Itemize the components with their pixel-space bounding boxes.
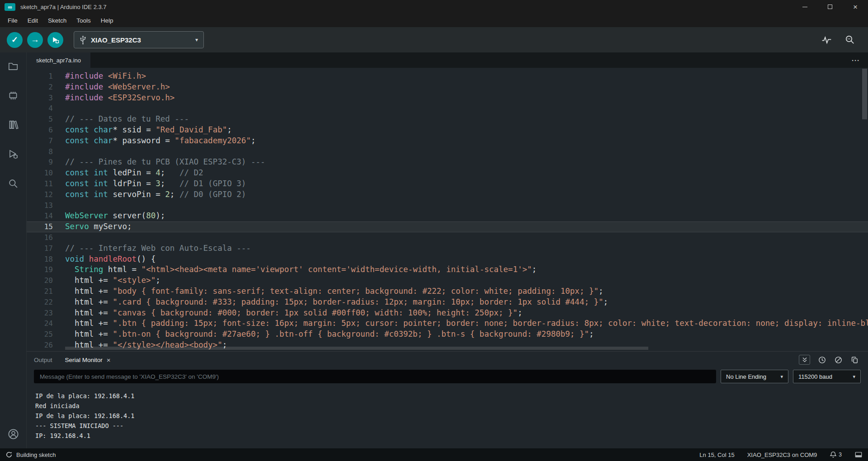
line-number: 2 — [27, 82, 53, 93]
code-line-15[interactable]: 15Servo myServo; — [27, 221, 868, 232]
code-line-2[interactable]: 2#include <WebServer.h> — [27, 82, 868, 93]
code-line-21[interactable]: 21 html += "body { font-family: sans-ser… — [27, 286, 868, 297]
serial-monitor-icon — [844, 34, 855, 45]
line-number: 11 — [27, 179, 53, 189]
tab-sketch-ino[interactable]: sketch_apr7a.ino — [27, 52, 90, 68]
sidebar-item-boards-manager[interactable] — [7, 89, 19, 102]
code-line-12[interactable]: 12const int servoPin = 2; // D0 (GPIO 2) — [27, 189, 868, 200]
serial-output-line: IP de la placa: 192.168.4.1 — [35, 411, 868, 421]
close-tab-icon[interactable]: × — [107, 357, 111, 363]
tab-serial-monitor[interactable]: Serial Monitor × — [65, 357, 111, 363]
board-selector-dropdown[interactable]: XIAO_ESP32C3 ▾ — [74, 31, 204, 48]
line-ending-value: No Line Ending — [726, 373, 766, 380]
code-line-20[interactable]: 20 html += "<style>"; — [27, 275, 868, 286]
close-button[interactable]: × — [843, 0, 868, 14]
serial-monitor-button[interactable] — [844, 34, 855, 45]
code-line-16[interactable]: 16 — [27, 232, 868, 243]
code-line-13[interactable]: 13 — [27, 200, 868, 211]
code-line-18[interactable]: 18void handleRoot() { — [27, 254, 868, 265]
account-icon — [7, 428, 19, 440]
maximize-button[interactable] — [817, 0, 843, 14]
maximize-icon — [828, 5, 832, 9]
code-line-23[interactable]: 23 html += "canvas { background: #000; b… — [27, 308, 868, 319]
debug-button[interactable] — [47, 32, 63, 48]
menu-tools[interactable]: Tools — [71, 14, 96, 27]
library-books-icon — [7, 119, 19, 131]
line-number: 26 — [27, 340, 53, 351]
line-number: 4 — [27, 103, 53, 114]
code-line-6[interactable]: 6const char* ssid = "Red_David_Fab"; — [27, 125, 868, 136]
verify-button[interactable]: ✓ — [7, 32, 23, 48]
code-line-8[interactable]: 8 — [27, 146, 868, 157]
minimize-button[interactable] — [792, 0, 817, 14]
code-text: String html = "<html><head><meta name='v… — [53, 264, 537, 275]
code-line-19[interactable]: 19 String html = "<html><head><meta name… — [27, 264, 868, 275]
code-line-4[interactable]: 4 — [27, 103, 868, 114]
panel-action-icons — [799, 355, 859, 365]
sidebar-item-library-manager[interactable] — [7, 118, 19, 131]
sidebar-item-sketchbook[interactable] — [7, 60, 19, 72]
window-controls: × — [792, 0, 868, 14]
copy-output-button[interactable] — [850, 356, 859, 364]
code-text: const char* password = "fabacademy2026"; — [53, 136, 255, 146]
code-line-7[interactable]: 7const char* password = "fabacademy2026"… — [27, 136, 868, 146]
serial-message-input[interactable] — [34, 370, 716, 383]
timestamp-toggle-button[interactable] — [818, 356, 826, 364]
tab-output[interactable]: Output — [34, 357, 52, 363]
chevron-down-icon: ▾ — [780, 374, 783, 380]
code-line-9[interactable]: 9// --- Pines de tu PCB (XIAO ESP32-C3) … — [27, 157, 868, 168]
toggle-panel-button[interactable] — [854, 451, 863, 458]
sidebar-item-account[interactable] — [7, 428, 19, 440]
code-line-1[interactable]: 1#include <WiFi.h> — [27, 71, 868, 82]
code-line-25[interactable]: 25 html += ".btn-on { background: #27ae6… — [27, 329, 868, 340]
code-line-24[interactable]: 24 html += ".btn { padding: 15px; font-s… — [27, 318, 868, 329]
code-text — [53, 103, 65, 114]
code-line-17[interactable]: 17// --- Interfaz Web con Auto-Escala --… — [27, 243, 868, 254]
code-line-22[interactable]: 22 html += ".card { background: #333; pa… — [27, 297, 868, 308]
serial-output-line: IP: 192.168.4.1 — [35, 431, 868, 441]
chevron-double-down-icon — [801, 356, 808, 363]
sidebar-item-debug[interactable] — [7, 148, 19, 160]
code-text: #include <ESP32Servo.h> — [53, 93, 175, 103]
menu-sketch[interactable]: Sketch — [43, 14, 71, 27]
usb-icon — [80, 35, 86, 45]
code-line-5[interactable]: 5// --- Datos de tu Red --- — [27, 114, 868, 125]
code-line-14[interactable]: 14WebServer server(80); — [27, 211, 868, 221]
notifications-button[interactable]: 3 — [830, 451, 842, 458]
horizontal-scrollbar[interactable] — [65, 347, 648, 350]
window-title: sketch_apr7a | Arduino IDE 2.3.7 — [20, 4, 107, 10]
menu-help[interactable]: Help — [96, 14, 118, 27]
line-ending-dropdown[interactable]: No Line Ending ▾ — [721, 370, 788, 383]
board-port-status[interactable]: XIAO_ESP32C3 on COM9 — [747, 452, 817, 458]
code-text — [53, 146, 65, 157]
line-number: 22 — [27, 297, 53, 308]
code-line-3[interactable]: 3#include <ESP32Servo.h> — [27, 93, 868, 103]
baud-rate-dropdown[interactable]: 115200 baud ▾ — [793, 370, 861, 383]
cursor-position[interactable]: Ln 15, Col 15 — [699, 452, 734, 458]
code-line-10[interactable]: 10const int ledPin = 4; // D2 — [27, 168, 868, 179]
code-text: void handleRoot() { — [53, 254, 156, 265]
vertical-scrollbar[interactable] — [862, 69, 867, 119]
line-number: 25 — [27, 329, 53, 340]
main-area: sketch_apr7a.ino ··· 1#include <WiFi.h>2… — [0, 52, 868, 448]
editor-more-actions-button[interactable]: ··· — [852, 56, 860, 64]
upload-button[interactable]: → — [27, 32, 43, 48]
serial-plotter-button[interactable] — [821, 34, 832, 46]
serial-output[interactable]: IP de la placa: 192.168.4.1Red iniciadaI… — [27, 385, 868, 448]
search-icon — [7, 178, 19, 189]
code-text: #include <WebServer.h> — [53, 82, 170, 93]
clear-output-button[interactable] — [834, 356, 843, 364]
code-line-11[interactable]: 11const int ldrPin = 3; // D1 (GPIO 3) — [27, 179, 868, 189]
menu-file[interactable]: File — [3, 14, 23, 27]
line-number: 14 — [27, 211, 53, 221]
close-icon: × — [853, 3, 858, 11]
editor-tab-bar: sketch_apr7a.ino ··· — [27, 52, 868, 68]
code-text: html += ".card { background: #333; paddi… — [53, 297, 608, 308]
menu-edit[interactable]: Edit — [23, 14, 43, 27]
line-number: 17 — [27, 243, 53, 254]
code-editor[interactable]: 1#include <WiFi.h>2#include <WebServer.h… — [27, 68, 868, 351]
code-text: const int ldrPin = 3; // D1 (GPIO 3) — [53, 179, 246, 189]
sidebar-item-search[interactable] — [7, 177, 19, 190]
panel-collapse-button[interactable] — [799, 355, 810, 365]
baud-rate-value: 115200 baud — [798, 373, 832, 380]
